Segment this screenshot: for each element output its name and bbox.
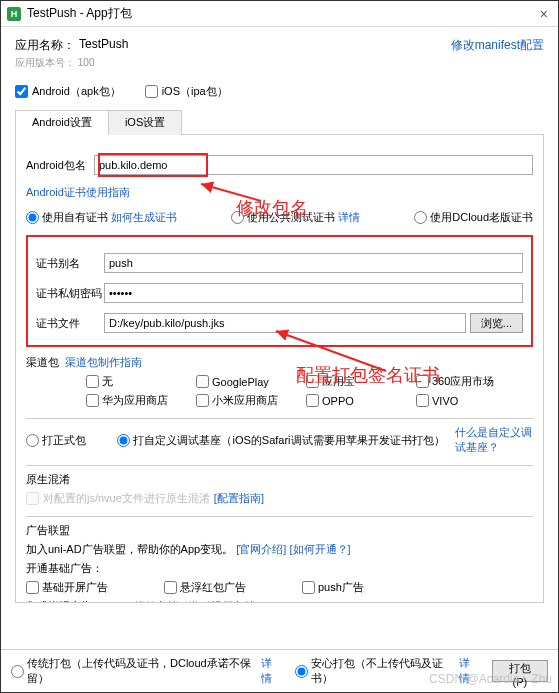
ad-basic-push[interactable]: push广告 [302,580,422,595]
cert-alias-input[interactable] [104,253,523,273]
cert-public-detail-link[interactable]: 详情 [338,210,360,225]
channel-oppo[interactable]: OPPO [306,393,416,408]
manifest-config-link[interactable]: 修改manifest配置 [451,37,544,54]
cert-dcloud-label: 使用DCloud老版证书 [430,210,533,225]
tab-ios-settings[interactable]: iOS设置 [108,110,182,135]
app-icon: H [7,7,21,21]
cert-file-input[interactable] [104,313,466,333]
cert-own-radio[interactable] [26,211,39,224]
version-label: 应用版本号： [15,57,75,68]
app-name-row: 应用名称： TestPush 修改manifest配置 [15,37,544,54]
safe-pack-detail-link[interactable]: 详情 [459,656,479,686]
safe-pack-option[interactable]: 安心打包（不上传代码及证书） [295,656,453,686]
cert-alias-row: 证书别名 [36,253,523,273]
pack-debug-label: 打自定义调试基座（iOS的Safari调试需要用苹果开发证书打包） [133,433,444,448]
channel-huawei[interactable]: 华为应用商店 [86,393,196,408]
pack-debug-help-link[interactable]: 什么是自定义调试基座？ [455,425,533,455]
cert-type-row: 使用自有证书 如何生成证书 使用公共测试证书 详情 使用DCloud老版证书 [26,210,533,225]
app-name-label: 应用名称： [15,37,75,54]
pack-button[interactable]: 打包(P) [492,660,548,682]
pack-release-label: 打正式包 [42,433,86,448]
traditional-pack-detail-link[interactable]: 详情 [261,656,281,686]
ios-ipa-label: iOS（ipa包） [162,84,228,99]
channels-label-row: 渠道包 渠道包制作指南 [26,355,533,370]
ad-enhance-title: 集成增强广告SDK(AD组件文档、激励视频文档)： [26,599,533,603]
tab-body-android: Android包名 Android证书使用指南 使用自有证书 如何生成证书 使用… [15,135,544,603]
cert-file-row: 证书文件 浏览... [36,313,523,333]
channels-label: 渠道包 [26,355,59,370]
pack-release-radio[interactable] [26,434,39,447]
channel-xiaomi[interactable]: 小米应用商店 [196,393,306,408]
safe-pack-label: 安心打包（不上传代码及证书） [311,656,453,686]
native-render-guide-link[interactable]: [配置指南] [214,491,264,506]
cert-public-label: 使用公共测试证书 [247,210,335,225]
annotation-pkg-box [98,153,208,177]
android-apk-label: Android（apk包） [32,84,121,99]
pack-debug-radio[interactable] [117,434,130,447]
traditional-pack-radio[interactable] [11,665,24,678]
cert-password-input[interactable] [104,283,523,303]
android-cert-guide-link[interactable]: Android证书使用指南 [26,186,130,198]
tab-android-settings[interactable]: Android设置 [15,110,109,135]
platform-row: Android（apk包） iOS（ipa包） [15,84,544,99]
safe-pack-radio[interactable] [295,665,308,678]
ad-basic-row: 基础开屏广告 悬浮红包广告 push广告 [26,580,533,595]
pack-mode-row: 打正式包 打自定义调试基座（iOS的Safari调试需要用苹果开发证书打包） 什… [26,425,533,455]
cert-password-row: 证书私钥密码 [36,283,523,303]
android-package-row: Android包名 [26,155,533,175]
channel-yyb[interactable]: 应用宝 [306,374,416,389]
close-icon[interactable]: × [536,6,552,22]
pack-debug-option[interactable]: 打自定义调试基座（iOS的Safari调试需要用苹果开发证书打包） [117,433,444,448]
android-apk-checkbox[interactable]: Android（apk包） [15,84,121,99]
ad-basic-kp[interactable]: 基础开屏广告 [26,580,146,595]
ios-ipa-check[interactable] [145,85,158,98]
ad-intro-link2[interactable]: [如何开通？] [289,543,350,555]
traditional-pack-label: 传统打包（上传代码及证书，DCloud承诺不保留） [27,656,255,686]
cert-own-label: 使用自有证书 [42,210,108,225]
ios-ipa-checkbox[interactable]: iOS（ipa包） [145,84,228,99]
pack-release-option[interactable]: 打正式包 [26,433,86,448]
version-row: 应用版本号： 100 [15,56,544,70]
channel-vivo[interactable]: VIVO [416,393,526,408]
native-render-row: 对配置的js/nvue文件进行原生混淆 [配置指南] [26,491,533,506]
ad-enhance-link2[interactable]: 激励视频文档 [189,600,255,603]
native-render-check [26,492,39,505]
ad-union-title: 广告联盟 [26,523,533,538]
ad-basic-title: 开通基础广告： [26,561,533,576]
android-package-label: Android包名 [26,158,94,173]
ad-enhance-link1[interactable]: AD组件文档 [118,600,177,603]
channel-none[interactable]: 无 [86,374,196,389]
android-apk-check[interactable] [15,85,28,98]
cert-dcloud-option[interactable]: 使用DCloud老版证书 [414,210,533,225]
annotation-cert-box: 证书别名 证书私钥密码 证书文件 浏览... [26,235,533,347]
browse-button[interactable]: 浏览... [470,313,523,333]
cert-dcloud-radio[interactable] [414,211,427,224]
cert-own-help-link[interactable]: 如何生成证书 [111,210,177,225]
cert-alias-label: 证书别名 [36,256,104,271]
cert-file-label: 证书文件 [36,316,104,331]
native-render-title: 原生混淆 [26,472,533,487]
bottom-bar: 传统打包（上传代码及证书，DCloud承诺不保留） 详情 安心打包（不上传代码及… [1,649,558,692]
channels-grid: 无 GooglePlay 应用宝 360应用市场 华为应用商店 小米应用商店 O… [86,374,533,408]
cert-own-option[interactable]: 使用自有证书 如何生成证书 [26,210,177,225]
channel-googleplay[interactable]: GooglePlay [196,374,306,389]
ad-intro-link1[interactable]: [官网介绍] [236,543,286,555]
channels-guide-link[interactable]: 渠道包制作指南 [65,355,142,370]
native-render-label: 对配置的js/nvue文件进行原生混淆 [43,491,210,506]
ad-union-intro: 加入uni-AD广告联盟，帮助你的App变现。 [官网介绍] [如何开通？] [26,542,533,557]
ad-basic-hb[interactable]: 悬浮红包广告 [164,580,284,595]
tabs: Android设置 iOS设置 [15,109,544,135]
window-title: TestPush - App打包 [27,5,536,22]
titlebar: H TestPush - App打包 × [1,1,558,27]
channel-360[interactable]: 360应用市场 [416,374,526,389]
version-value: 100 [78,57,95,68]
cert-public-option[interactable]: 使用公共测试证书 详情 [231,210,360,225]
cert-public-radio[interactable] [231,211,244,224]
cert-password-label: 证书私钥密码 [36,286,104,301]
app-name-value: TestPush [79,37,128,54]
traditional-pack-option[interactable]: 传统打包（上传代码及证书，DCloud承诺不保留） [11,656,255,686]
